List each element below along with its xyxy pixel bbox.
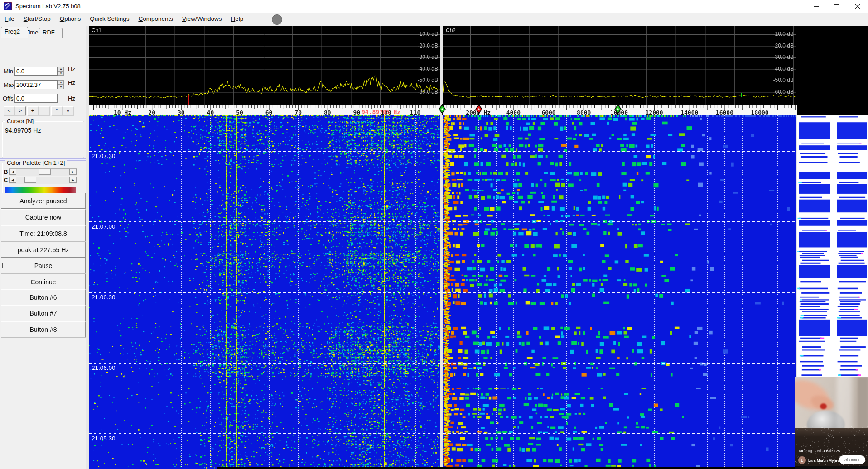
close-button[interactable] [847, 0, 868, 13]
panel-button-button-6[interactable]: Button #6 [1, 289, 86, 305]
nav-button-4[interactable]: ^ [51, 106, 62, 115]
min-frequency-input[interactable] [14, 67, 58, 76]
arrow-left-icon: ◀ [9, 177, 16, 183]
min-unit: Hz [68, 66, 75, 72]
ch2-label: Ch2 [446, 27, 456, 34]
db-scale-label: -60.0 dB [406, 89, 438, 95]
menu-item-quicksettings[interactable]: Quick Settings [85, 13, 134, 24]
panel-button-pause[interactable]: Pause [1, 258, 86, 273]
min-label: Min [4, 68, 13, 75]
panel-button-continue[interactable]: Continue [1, 274, 86, 290]
red-cursor-tick [188, 95, 189, 105]
brightness-label: B [4, 168, 8, 175]
panel-button-button-7[interactable]: Button #7 [1, 305, 86, 321]
green-cursor-tick [741, 93, 742, 97]
app-icon [4, 2, 12, 10]
contrast-scrollbar[interactable]: ◀ ▶ [9, 177, 77, 184]
video-title: Med og uten ansuz t2s [799, 449, 840, 453]
menu-item-components[interactable]: Components [134, 13, 178, 24]
panel-button-time-21-09-08-8[interactable]: Time: 21:09:08.8 [1, 225, 86, 241]
cursor-groupbox: Cursor [N] 94.89705 Hz [2, 121, 84, 158]
min-spinner[interactable]: ▲▼ [58, 67, 64, 77]
db-scale-label: -30.0 dB [406, 54, 438, 60]
menu-item-startstop[interactable]: Start/Stop [19, 13, 55, 24]
channel-avatar: L [798, 456, 806, 464]
spectrum-right-fill [796, 26, 868, 115]
spinner-down-icon: ▼ [58, 85, 64, 89]
brightness-scrollbar[interactable]: ◀ ▶ [9, 168, 77, 176]
nav-button-1[interactable]: > [15, 106, 26, 115]
ch2-waterfall-display[interactable] [443, 115, 796, 469]
db-scale-label: -20.0 dB [762, 43, 794, 49]
db-scale-label: -40.0 dB [406, 66, 438, 72]
max-spinner[interactable]: ▲▼ [58, 80, 64, 90]
panel-button-peak-at-227-55-hz[interactable]: peak at 227.55 Hz [1, 242, 86, 258]
offset-label[interactable]: Offs [3, 95, 14, 102]
brightness-thumb [39, 169, 51, 175]
db-scale-label: -50.0 dB [406, 77, 438, 83]
cursor-frequency-readout: 94.89705 Hz [362, 109, 400, 115]
menu-item-file[interactable]: File [0, 13, 19, 24]
spinner-up-icon: ▲ [58, 67, 64, 71]
time-label: 21.05.30 [92, 435, 116, 442]
red-diamond-marker[interactable] [475, 104, 482, 115]
max-frequency-input[interactable] [14, 80, 58, 89]
db-scale-label: -20.0 dB [406, 43, 438, 49]
ch2-spectrum-display[interactable] [443, 26, 796, 105]
menu-item-viewwindows[interactable]: View/Windows [178, 13, 227, 24]
time-label: 21.07.00 [92, 223, 116, 230]
nav-button-5[interactable]: v [63, 106, 73, 115]
db-scale-label: -40.0 dB [762, 66, 794, 72]
db-scale-label: -60.0 dB [762, 89, 794, 95]
spectrum-lab-window: Spectrum Lab V2.75 b08 FileStart/StopOpt… [0, 0, 868, 469]
offset-input[interactable] [14, 94, 58, 103]
green-diamond-marker[interactable] [439, 104, 446, 115]
panel-button-analyzer-paused[interactable]: Analyzer paused [1, 193, 86, 209]
db-scale-label: -30.0 dB [762, 54, 794, 60]
contrast-thumb [24, 177, 36, 183]
tab-rdf[interactable]: RDF [39, 28, 63, 38]
panel-button-capture-now[interactable]: Capture now [1, 209, 86, 225]
minimize-button[interactable] [805, 0, 826, 13]
time-label: 21.06.30 [92, 294, 116, 301]
arrow-right-icon: ▶ [69, 177, 77, 183]
menu-item-help[interactable]: Help [227, 13, 248, 24]
title-bar: Spectrum Lab V2.75 b08 [0, 0, 868, 13]
menu-item-options[interactable]: Options [55, 13, 86, 24]
video-bottom-bar [795, 466, 868, 469]
db-scale-label: -10.0 dB [762, 31, 794, 37]
maximize-button[interactable] [826, 0, 847, 13]
spinner-up-icon: ▲ [58, 80, 64, 85]
nav-button-2[interactable]: + [27, 106, 38, 115]
arrow-left-icon: ◀ [9, 169, 16, 175]
panel-button-button-8[interactable]: Button #8 [1, 321, 86, 337]
arrow-right-icon: ▶ [69, 169, 77, 175]
tab-freq2[interactable]: Freq2 [1, 27, 28, 38]
nav-button-3[interactable]: - [39, 106, 49, 115]
palette-group-title: Color Palette [Ch 1+2] [5, 159, 67, 166]
contrast-label: C [4, 177, 8, 183]
video-overlay[interactable]: Med og uten ansuz t2s L Lars Martin Myhr… [795, 377, 868, 469]
waterfall-bottom-edge [217, 467, 796, 469]
cursor-readout: 94.89705 Hz [5, 127, 41, 134]
channel-name: Lars Martin Myhre [808, 459, 839, 463]
time-label: 21.07.30 [92, 153, 116, 159]
close-icon [855, 4, 860, 9]
ch1-spectrum-display[interactable] [89, 26, 440, 105]
subscribe-button[interactable]: Abonner [839, 455, 865, 464]
cursor-group-title: Cursor [N] [5, 118, 35, 124]
green-diamond-marker[interactable] [614, 104, 622, 115]
ch1-waterfall-display[interactable] [89, 115, 440, 469]
panel-display-divider [86, 26, 89, 469]
status-circle-icon [272, 14, 282, 25]
red-object [820, 403, 827, 409]
nav-button-0[interactable]: < [4, 106, 14, 115]
time-label: 21.06.00 [92, 364, 116, 371]
db-scale-label: -10.0 dB [406, 31, 438, 37]
max-label: Max [4, 81, 15, 88]
spinner-down-icon: ▼ [58, 71, 64, 76]
db-scale-label: -50.0 dB [762, 77, 794, 83]
max-unit: Hz [68, 79, 75, 86]
window-title: Spectrum Lab V2.75 b08 [15, 3, 81, 10]
ch1-ch2-divider [440, 26, 443, 469]
